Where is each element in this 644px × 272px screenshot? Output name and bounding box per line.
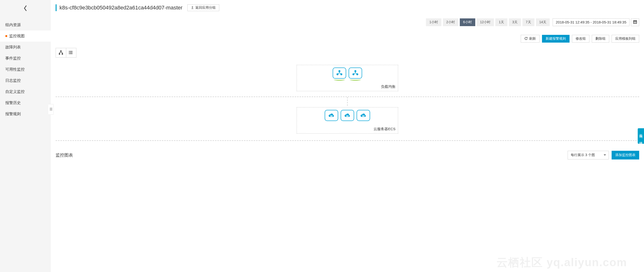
svg-point-14 <box>69 52 70 53</box>
time-range-row: 1小时 2小时 6小时 12小时 1天 3天 7天 14天 2018-05-31… <box>56 17 639 28</box>
node-status-icon <box>350 79 361 81</box>
svg-rect-3 <box>636 20 636 21</box>
topology-area: 负载均衡 <box>56 65 639 141</box>
sidebar-item-monitor-view[interactable]: 监控视图 <box>0 31 51 42</box>
calendar-button[interactable] <box>631 18 639 26</box>
button-label: 添加监控图表 <box>615 153 636 157</box>
load-balancer-icon <box>336 70 343 77</box>
time-seg-12h[interactable]: 12小时 <box>477 18 494 26</box>
topology-box-slb[interactable]: 负载均衡 <box>296 65 398 91</box>
modify-group-button[interactable]: 修改组 <box>572 35 589 43</box>
topology-connector <box>347 97 348 106</box>
slb-node[interactable] <box>348 68 362 79</box>
refresh-icon <box>524 37 528 41</box>
chevron-left-icon <box>23 5 28 12</box>
topology-box-label: 负载均衡 <box>299 85 396 89</box>
sidebar-item-resources[interactable]: 组内资源 <box>0 19 51 31</box>
sidebar-item-alert-history[interactable]: 报警历史 <box>0 97 51 108</box>
sidebar-item-label: 组内资源 <box>5 23 21 28</box>
button-label: 刷新 <box>529 37 536 41</box>
refresh-button[interactable]: 刷新 <box>521 35 540 43</box>
sidebar-item-label: 报警历史 <box>5 100 21 106</box>
sidebar-item-availability[interactable]: 可用性监控 <box>0 64 51 75</box>
time-segments: 1小时 2小时 6小时 12小时 1天 3天 7天 14天 <box>426 18 550 26</box>
time-range-display[interactable]: 2018-05-31 12:49:35 - 2018-05-31 18:49:3… <box>552 18 630 26</box>
ecs-node[interactable] <box>356 110 370 121</box>
sidebar-item-label: 日志监控 <box>5 78 21 83</box>
title-marker <box>56 4 56 11</box>
time-seg-6h[interactable]: 6小时 <box>460 18 475 26</box>
page-title: k8s-cf8c9e3bcb050492a8ed2a61ca44d4d07-ma… <box>60 5 182 11</box>
active-dot-icon <box>5 35 7 37</box>
chart-header: 监控图表 每行展示 3 个图 添加监控图表 <box>56 149 639 161</box>
svg-rect-8 <box>635 22 635 23</box>
charts-per-row-select[interactable]: 每行展示 3 个图 <box>568 151 609 159</box>
button-label: 返回应用分组 <box>195 6 216 10</box>
svg-rect-2 <box>634 20 634 21</box>
apply-template-button[interactable]: 应用模板到组 <box>612 35 639 43</box>
cloud-server-icon <box>344 112 351 119</box>
page-header: k8s-cf8c9e3bcb050492a8ed2a61ca44d4d07-ma… <box>56 0 639 16</box>
ecs-node[interactable] <box>340 110 354 121</box>
sidebar-menu: 组内资源 监控视图 故障列表 事件监控 可用性监控 日志监控 自定义监控 <box>0 17 51 120</box>
time-seg-1h[interactable]: 1小时 <box>426 18 442 26</box>
action-row: 刷新 新建报警规则 修改组 删除组 应用模板到组 <box>56 32 639 46</box>
sidebar-item-label: 报警规则 <box>5 112 21 117</box>
svg-rect-22 <box>330 115 333 116</box>
list-icon <box>69 50 74 56</box>
ecs-node[interactable] <box>325 110 338 121</box>
time-seg-2h[interactable]: 2小时 <box>443 18 458 26</box>
chart-section-title: 监控图表 <box>56 152 73 158</box>
main-content: k8s-cf8c9e3bcb050492a8ed2a61ca44d4d07-ma… <box>51 0 644 272</box>
svg-rect-26 <box>362 115 364 116</box>
back-button[interactable] <box>0 0 51 17</box>
watermark: 云栖社区 yq.aliyun.com <box>496 255 627 270</box>
button-label: 修改组 <box>576 37 586 41</box>
cloud-server-icon <box>360 112 367 119</box>
sidebar-item-log-monitor[interactable]: 日志监控 <box>0 75 51 86</box>
button-label: 删除组 <box>596 37 606 41</box>
time-seg-1d[interactable]: 1天 <box>495 18 508 26</box>
time-seg-3d[interactable]: 3天 <box>509 18 521 26</box>
topology-icon <box>58 50 63 56</box>
svg-rect-27 <box>362 116 364 117</box>
cloud-server-icon <box>328 112 335 119</box>
svg-rect-9 <box>636 22 636 23</box>
svg-rect-12 <box>62 54 63 55</box>
help-feedback-tab[interactable]: 咨询 · 建议 <box>638 128 644 144</box>
svg-rect-4 <box>634 22 634 22</box>
svg-rect-5 <box>635 22 635 22</box>
time-seg-14d[interactable]: 14天 <box>536 18 550 26</box>
list-view-toggle[interactable] <box>66 48 76 57</box>
sidebar-item-alert-rules[interactable]: 报警规则 <box>0 108 51 120</box>
sidebar-item-label: 监控视图 <box>9 34 25 39</box>
return-to-groups-button[interactable]: 返回应用分组 <box>187 4 219 11</box>
sidebar-item-label: 自定义监控 <box>5 89 25 94</box>
svg-point-19 <box>354 70 356 72</box>
svg-rect-25 <box>346 116 348 117</box>
svg-point-15 <box>69 54 70 54</box>
svg-rect-24 <box>346 115 348 116</box>
topology-box-ecs[interactable]: 云服务器ECS <box>296 107 398 134</box>
time-seg-7d[interactable]: 7天 <box>522 18 534 26</box>
help-tab-label: 咨询 · 建议 <box>639 131 643 141</box>
new-alert-rule-button[interactable]: 新建报警规则 <box>542 35 570 43</box>
topology-view-toggle[interactable] <box>56 48 66 57</box>
select-label: 每行展示 3 个图 <box>571 153 595 157</box>
sidebar-item-event-monitor[interactable]: 事件监控 <box>0 53 51 64</box>
delete-group-button[interactable]: 删除组 <box>592 35 609 43</box>
upload-icon <box>191 6 194 10</box>
sidebar-item-label: 故障列表 <box>5 45 21 50</box>
view-toggle <box>56 48 76 58</box>
slb-node[interactable] <box>333 68 346 79</box>
svg-point-13 <box>69 51 70 52</box>
topology-box-label: 云服务器ECS <box>299 127 396 131</box>
button-label: 新建报警规则 <box>546 37 566 41</box>
sidebar-item-custom-monitor[interactable]: 自定义监控 <box>0 86 51 97</box>
calendar-icon <box>633 20 637 25</box>
node-status-icon <box>334 79 345 81</box>
sidebar-item-label: 事件监控 <box>5 56 21 61</box>
sidebar-item-fault-list[interactable]: 故障列表 <box>0 42 51 53</box>
svg-rect-23 <box>330 116 333 117</box>
add-chart-button[interactable]: 添加监控图表 <box>612 151 639 159</box>
